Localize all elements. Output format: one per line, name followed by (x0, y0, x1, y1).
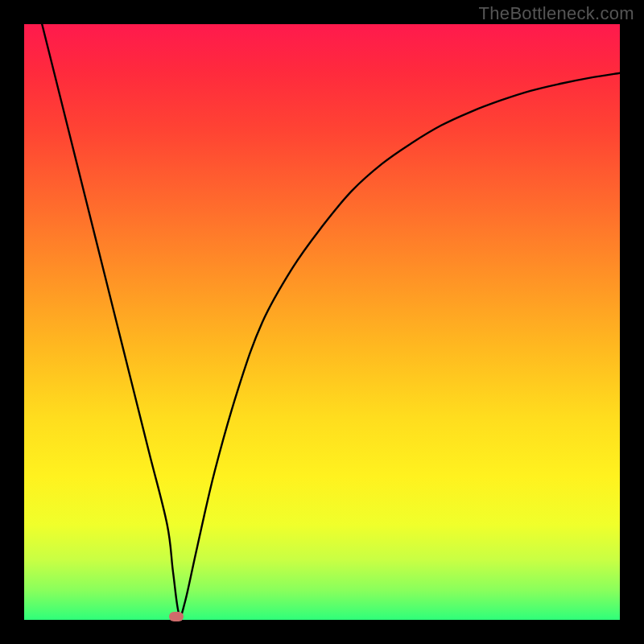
bottleneck-curve-path (42, 24, 620, 616)
curve-layer (24, 24, 620, 620)
plot-area (24, 24, 620, 620)
min-marker (169, 612, 184, 621)
chart-frame: TheBottleneck.com (0, 0, 644, 644)
credit-label: TheBottleneck.com (479, 3, 634, 24)
